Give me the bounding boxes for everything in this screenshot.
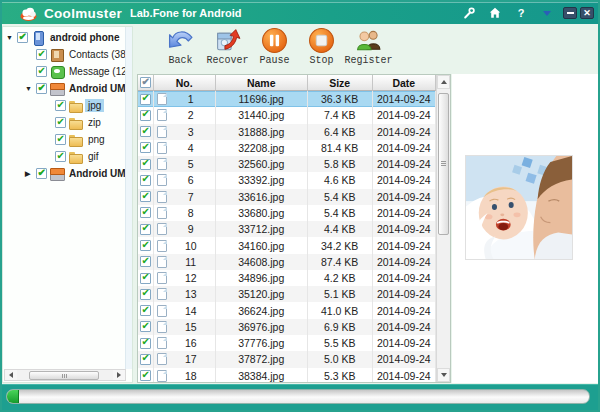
- checkbox[interactable]: [36, 168, 47, 179]
- status-bar: [2, 384, 598, 410]
- table-row[interactable]: 1436624.jpg41.0 KB2014-09-24: [138, 302, 436, 318]
- table-row[interactable]: 432208.jpg81.4 KB2014-09-24: [138, 140, 436, 156]
- row-number: 18: [167, 370, 215, 382]
- table-row[interactable]: 633392.jpg4.6 KB2014-09-24: [138, 172, 436, 188]
- sidebar-vertical-scrollbar[interactable]: [125, 27, 132, 369]
- file-icon: [157, 370, 167, 382]
- row-checkbox[interactable]: [140, 240, 151, 251]
- back-button[interactable]: Back: [157, 27, 204, 66]
- home-icon[interactable]: [487, 6, 503, 20]
- register-key-icon[interactable]: [461, 6, 477, 20]
- row-checkbox[interactable]: [140, 338, 151, 349]
- table-row[interactable]: 532560.jpg5.8 KB2014-09-24: [138, 156, 436, 172]
- table-row[interactable]: 1034160.jpg34.2 KB2014-09-24: [138, 237, 436, 253]
- header-size[interactable]: Size: [308, 75, 373, 91]
- pause-icon: [261, 27, 288, 54]
- scrollbar-thumb[interactable]: [29, 371, 99, 380]
- row-checkbox[interactable]: [140, 354, 151, 365]
- tree-item-png[interactable]: png: [3, 131, 132, 148]
- table-row[interactable]: 933712.jpg4.4 KB2014-09-24: [138, 221, 436, 237]
- row-checkbox[interactable]: [140, 224, 151, 235]
- table-row[interactable]: 1637776.jpg5.5 KB2014-09-24: [138, 335, 436, 351]
- file-icon: [157, 337, 167, 349]
- folder-icon: [69, 150, 83, 163]
- table-row[interactable]: 231440.jpg7.4 KB2014-09-24: [138, 107, 436, 123]
- tree-item-message[interactable]: Message (12): [3, 63, 132, 80]
- checkbox[interactable]: [55, 117, 66, 128]
- table-row[interactable]: 331888.jpg6.4 KB2014-09-24: [138, 124, 436, 140]
- header-name[interactable]: Name: [216, 75, 308, 91]
- tree-item-label: Android UMS Com...: [66, 167, 133, 180]
- table-row[interactable]: 1737872.jpg5.0 KB2014-09-24: [138, 351, 436, 367]
- minimize-button[interactable]: [563, 7, 577, 19]
- header-no[interactable]: No.: [154, 75, 216, 91]
- row-checkbox[interactable]: [140, 370, 151, 381]
- tree-item-contacts[interactable]: Contacts (386): [3, 46, 132, 63]
- scroll-left-button[interactable]: [5, 370, 17, 380]
- tree-item-gif[interactable]: gif: [3, 148, 132, 165]
- checkbox[interactable]: [55, 151, 66, 162]
- row-checkbox[interactable]: [140, 126, 151, 137]
- scroll-up-button[interactable]: [437, 75, 450, 89]
- checkbox[interactable]: [36, 66, 47, 77]
- tree-item-android-phone[interactable]: ▼ android phone: [3, 29, 132, 46]
- row-filename: 36976.jpg: [216, 319, 308, 335]
- checkbox[interactable]: [55, 100, 66, 111]
- skin-menu-icon[interactable]: [539, 6, 555, 20]
- tree-item-jpg[interactable]: jpg: [3, 97, 132, 114]
- recover-button[interactable]: Recover: [204, 27, 251, 66]
- close-button[interactable]: ✕: [580, 7, 594, 19]
- row-size: 36.3 KB: [308, 91, 373, 107]
- row-filename: 33616.jpg: [216, 189, 308, 205]
- table-vertical-scrollbar[interactable]: [436, 75, 450, 382]
- expander-icon[interactable]: ▼: [6, 34, 17, 41]
- table-row[interactable]: 1536976.jpg6.9 KB2014-09-24: [138, 319, 436, 335]
- sidebar-horizontal-scrollbar[interactable]: [4, 369, 126, 381]
- scroll-down-button[interactable]: [437, 368, 450, 382]
- select-all-checkbox[interactable]: [140, 77, 151, 88]
- tree-item-android-ums-1[interactable]: ▼ Android UMS Com...: [3, 80, 132, 97]
- table-row[interactable]: 733616.jpg5.4 KB2014-09-24: [138, 189, 436, 205]
- expander-icon[interactable]: ▼: [25, 85, 36, 92]
- help-icon[interactable]: ?: [513, 6, 529, 20]
- register-button[interactable]: Register: [345, 27, 392, 66]
- table-row[interactable]: 111696.jpg36.3 KB2014-09-24: [138, 91, 436, 107]
- row-checkbox[interactable]: [140, 175, 151, 186]
- scrollbar-thumb[interactable]: [438, 93, 449, 235]
- table-row[interactable]: 1234896.jpg4.2 KB2014-09-24: [138, 270, 436, 286]
- row-checkbox[interactable]: [140, 159, 151, 170]
- header-date[interactable]: Date: [373, 75, 437, 91]
- checkbox[interactable]: [17, 32, 28, 43]
- row-checkbox[interactable]: [140, 207, 151, 218]
- checkbox[interactable]: [36, 83, 47, 94]
- row-size: 4.4 KB: [308, 221, 373, 237]
- row-checkbox[interactable]: [140, 321, 151, 332]
- file-icon: [157, 93, 167, 105]
- row-checkbox[interactable]: [140, 110, 151, 121]
- row-size: 4.6 KB: [308, 172, 373, 188]
- checkbox[interactable]: [36, 49, 47, 60]
- row-checkbox[interactable]: [140, 94, 151, 105]
- row-checkbox[interactable]: [140, 305, 151, 316]
- row-checkbox[interactable]: [140, 142, 151, 153]
- row-checkbox[interactable]: [140, 289, 151, 300]
- tree-item-zip[interactable]: zip: [3, 114, 132, 131]
- table-row[interactable]: 1838384.jpg5.3 KB2014-09-24: [138, 368, 436, 382]
- scroll-right-button[interactable]: [113, 370, 125, 380]
- stop-button[interactable]: Stop: [298, 27, 345, 66]
- table-row[interactable]: 1134608.jpg87.4 KB2014-09-24: [138, 254, 436, 270]
- table-row[interactable]: 1335120.jpg5.1 KB2014-09-24: [138, 286, 436, 302]
- photo-preview: [465, 155, 573, 260]
- row-checkbox[interactable]: [140, 273, 151, 284]
- expander-icon[interactable]: ▶: [25, 170, 36, 178]
- row-date: 2014-09-24: [373, 237, 437, 253]
- row-checkbox[interactable]: [140, 191, 151, 202]
- table-row[interactable]: 833680.jpg5.4 KB2014-09-24: [138, 205, 436, 221]
- row-date: 2014-09-24: [373, 91, 437, 107]
- table-header: No. Name Size Date: [138, 75, 436, 91]
- select-all-header[interactable]: [138, 75, 154, 91]
- tree-item-android-ums-2[interactable]: ▶ Android UMS Com...: [3, 165, 132, 182]
- pause-button[interactable]: Pause: [251, 27, 298, 66]
- row-checkbox[interactable]: [140, 256, 151, 267]
- checkbox[interactable]: [55, 134, 66, 145]
